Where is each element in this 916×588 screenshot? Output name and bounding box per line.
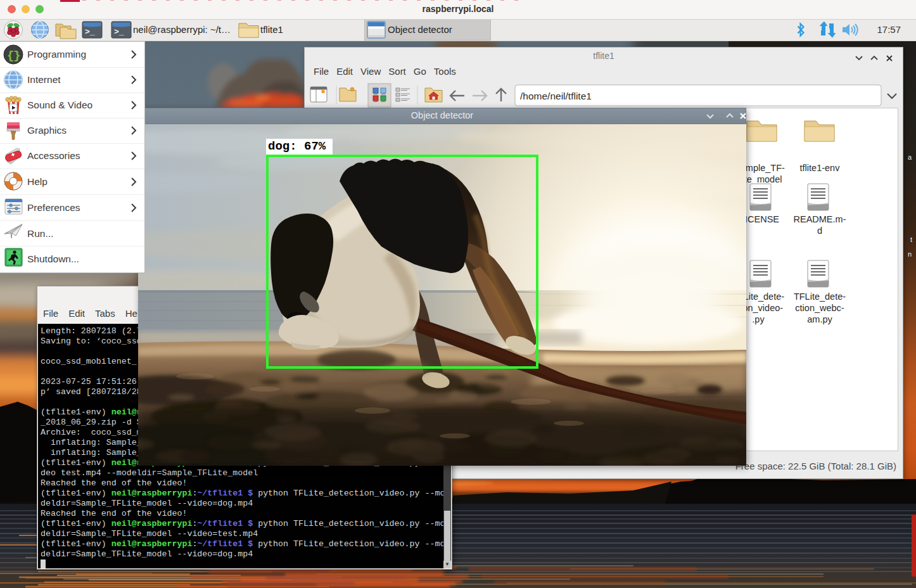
svg-text:README.m-: README.m- [794,214,846,224]
svg-text:Graphics: Graphics [27,125,67,136]
svg-text:Internet: Internet [27,74,61,85]
svg-text:Programming: Programming [27,49,86,60]
svg-text:.py: .py [752,314,765,324]
svg-text:>_: >_ [114,27,124,37]
svg-text:ction_webc-: ction_webc- [795,303,844,313]
svg-text:Shutdown...: Shutdown... [27,253,79,264]
svg-text:Preferences: Preferences [27,202,80,213]
svg-text:Help: Help [27,176,48,187]
svg-text:>_: >_ [85,27,95,37]
svg-text:/home/neil/tflite1: /home/neil/tflite1 [520,91,592,101]
svg-text:am.py: am.py [807,314,832,324]
svg-text:d: d [817,226,822,236]
svg-text:Accessories: Accessories [27,150,80,161]
svg-text:TFLite_dete-: TFLite_dete- [794,291,846,302]
svg-text:tflite1-env: tflite1-env [800,163,841,173]
svg-text:Run...: Run... [27,228,53,239]
svg-text:}: } [13,49,20,63]
svg-text:Sound & Video: Sound & Video [27,99,92,110]
